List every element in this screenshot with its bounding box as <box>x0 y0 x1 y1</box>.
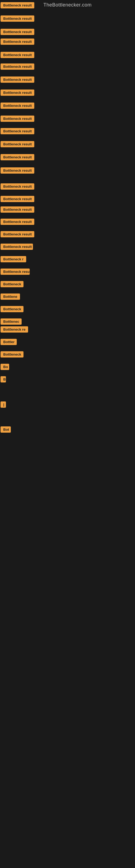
bottleneck-row-4: Bottleneck result <box>1 38 34 46</box>
bottleneck-badge-29[interactable]: Bottleneck <box>1 351 24 358</box>
bottleneck-badge-17[interactable]: Bottleneck result <box>1 207 34 213</box>
bottleneck-row-7: Bottleneck result <box>1 76 34 84</box>
bottleneck-row-24: Bottlene <box>1 293 20 301</box>
bottleneck-badge-32[interactable]: | <box>1 401 6 408</box>
bottleneck-row-16: Bottleneck result <box>1 196 34 203</box>
site-title: TheBottlenecker.com <box>0 0 135 10</box>
bottleneck-badge-24[interactable]: Bottlene <box>1 293 20 300</box>
bottleneck-row-6: Bottleneck result <box>1 63 34 71</box>
bottleneck-row-15: Bottleneck result <box>1 183 34 191</box>
bottleneck-badge-16[interactable]: Bottleneck result <box>1 196 34 202</box>
bottleneck-badge-26[interactable]: Bottlenec <box>1 318 21 325</box>
bottleneck-row-14: Bottleneck result <box>1 167 34 175</box>
bottleneck-row-27: Bottleneck re <box>1 326 28 334</box>
bottleneck-badge-25[interactable]: Bottleneck <box>1 306 24 312</box>
bottleneck-row-20: Bottleneck result <box>1 244 33 251</box>
bottleneck-row-10: Bottleneck result <box>1 116 34 123</box>
bottleneck-badge-11[interactable]: Bottleneck result <box>1 128 34 134</box>
bottleneck-row-28: Bottler <box>1 339 17 346</box>
bottleneck-row-13: Bottleneck result <box>1 154 34 161</box>
bottleneck-row-22: Bottleneck resu <box>1 269 30 276</box>
bottleneck-badge-9[interactable]: Bottleneck result <box>1 102 34 109</box>
bottleneck-badge-19[interactable]: Bottleneck result <box>1 231 34 237</box>
bottleneck-row-29: Bottleneck <box>1 351 24 359</box>
bottleneck-badge-22[interactable]: Bottleneck resu <box>1 269 30 275</box>
bottleneck-badge-20[interactable]: Bottleneck result <box>1 244 33 250</box>
bottleneck-badge-27[interactable]: Bottleneck re <box>1 326 28 333</box>
bottleneck-badge-13[interactable]: Bottleneck result <box>1 154 34 160</box>
bottleneck-badge-6[interactable]: Bottleneck result <box>1 63 34 70</box>
bottleneck-badge-23[interactable]: Bottleneck <box>1 281 24 287</box>
bottleneck-row-23: Bottleneck <box>1 281 24 288</box>
bottleneck-row-25: Bottleneck <box>1 306 24 313</box>
bottleneck-row-18: Bottleneck result <box>1 219 34 226</box>
bottleneck-badge-14[interactable]: Bottleneck result <box>1 167 34 174</box>
bottleneck-badge-7[interactable]: Bottleneck result <box>1 76 34 83</box>
bottleneck-badge-8[interactable]: Bottleneck result <box>1 90 34 96</box>
bottleneck-row-32: | <box>1 401 6 409</box>
bottleneck-badge-5[interactable]: Bottleneck result <box>1 52 34 58</box>
bottleneck-badge-28[interactable]: Bottler <box>1 339 17 345</box>
bottleneck-badge-12[interactable]: Bottleneck result <box>1 141 34 147</box>
bottleneck-badge-15[interactable]: Bottleneck result <box>1 183 34 190</box>
bottleneck-row-3: Bottleneck result <box>1 29 34 36</box>
bottleneck-row-21: Bottleneck r <box>1 256 26 264</box>
bottleneck-badge-30[interactable]: Bo <box>1 364 9 370</box>
bottleneck-row-33: Bot <box>1 426 11 434</box>
bottleneck-badge-4[interactable]: Bottleneck result <box>1 38 34 45</box>
bottleneck-row-17: Bottleneck result <box>1 207 34 214</box>
bottleneck-badge-33[interactable]: Bot <box>1 426 11 433</box>
bottleneck-row-8: Bottleneck result <box>1 90 34 97</box>
bottleneck-row-5: Bottleneck result <box>1 52 34 59</box>
bottleneck-row-12: Bottleneck result <box>1 141 34 148</box>
bottleneck-badge-3[interactable]: Bottleneck result <box>1 29 34 35</box>
bottleneck-row-30: Bo <box>1 364 9 371</box>
bottleneck-badge-21[interactable]: Bottleneck r <box>1 256 26 262</box>
bottleneck-badge-31[interactable]: B <box>1 376 6 382</box>
bottleneck-row-9: Bottleneck result <box>1 102 34 110</box>
bottleneck-row-31: B <box>1 376 6 383</box>
bottleneck-row-2: Bottleneck result <box>1 16 34 23</box>
bottleneck-badge-10[interactable]: Bottleneck result <box>1 116 34 122</box>
bottleneck-badge-2[interactable]: Bottleneck result <box>1 16 34 22</box>
bottleneck-row-19: Bottleneck result <box>1 231 34 239</box>
bottleneck-row-26: Bottlenec <box>1 318 21 326</box>
bottleneck-row-11: Bottleneck result <box>1 128 34 135</box>
bottleneck-badge-18[interactable]: Bottleneck result <box>1 219 34 225</box>
